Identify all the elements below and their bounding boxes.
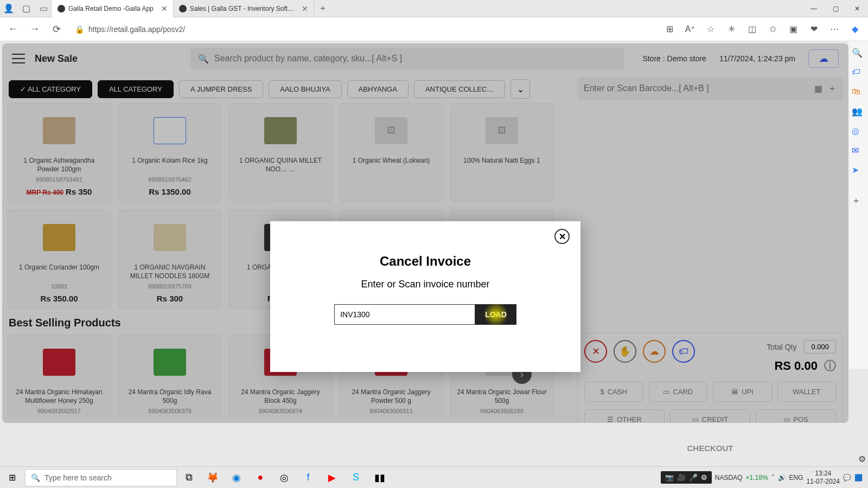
more-icon[interactable]: ⋯ xyxy=(826,21,843,38)
back-button[interactable]: ← xyxy=(4,21,22,38)
audio-icon: 🎤 xyxy=(689,473,698,481)
tab-actions-icon[interactable]: ▭ xyxy=(35,0,52,17)
read-aloud-icon[interactable]: A⁺ xyxy=(681,21,699,38)
workspaces-icon[interactable]: ▢ xyxy=(17,0,35,17)
firefox-icon[interactable]: 🦊 xyxy=(201,467,225,489)
recording-tray[interactable]: 📷 🎥 🎤 ⚙ xyxy=(661,471,712,484)
browser-titlebar: 👤 ▢ ▭ Galla Retail Demo -Galla App ✕ Sal… xyxy=(0,0,868,17)
windows-search-input[interactable]: 🔍 Type here to search xyxy=(25,469,177,486)
edge-icon[interactable]: ◉ xyxy=(225,467,248,489)
office-icon[interactable]: ◎ xyxy=(852,126,865,139)
modal-title: Cancel Invoice xyxy=(283,254,567,269)
invoice-number-input[interactable] xyxy=(334,304,475,325)
notifications-icon[interactable]: 💬 xyxy=(843,474,851,481)
cancel-invoice-modal: ✕ Cancel Invoice Enter or Scan invoice n… xyxy=(270,221,580,372)
app-icon[interactable]: ⊞ xyxy=(661,21,678,38)
chrome-icon[interactable]: ◎ xyxy=(272,467,296,489)
lock-icon: 🔒 xyxy=(75,25,84,34)
close-icon: ✕ xyxy=(559,232,566,242)
skype-icon[interactable]: S xyxy=(344,467,368,489)
close-window-button[interactable]: ✕ xyxy=(846,0,868,17)
favorites-icon[interactable]: ✩ xyxy=(764,21,781,38)
people-icon[interactable]: 👥 xyxy=(852,106,865,119)
modal-subtitle: Enter or Scan invoice number xyxy=(283,279,567,290)
camera-icon: 📷 xyxy=(665,473,674,481)
outlook-icon[interactable]: ✉ xyxy=(852,145,865,158)
minimize-button[interactable]: — xyxy=(803,0,825,17)
close-icon[interactable]: ✕ xyxy=(161,4,168,13)
search-icon[interactable]: 🔍 xyxy=(852,48,865,61)
tab-title: Galla Retail Demo -Galla App xyxy=(68,5,154,12)
facebook-icon[interactable]: f xyxy=(296,467,320,489)
add-sidebar-icon[interactable]: ＋ xyxy=(852,195,865,208)
modal-form: LOAD xyxy=(283,304,567,325)
send-icon[interactable]: ➤ xyxy=(852,165,865,178)
record-icon[interactable]: ● xyxy=(248,467,272,489)
time: 13:24 xyxy=(807,470,840,477)
favicon-icon xyxy=(179,5,187,12)
stock-ticker[interactable]: NASDAQ +1.18% xyxy=(715,474,768,481)
start-button[interactable]: ⊞ xyxy=(0,467,24,489)
taskview-icon[interactable]: ⧉ xyxy=(177,467,201,489)
tab-sales[interactable]: Sales | Galla GST - Inventory Soft… ✕ xyxy=(174,0,314,17)
ticker-change: +1.18% xyxy=(746,474,768,481)
url-text: https://retail.galla.app/posv2/ xyxy=(88,25,185,34)
load-button[interactable]: LOAD xyxy=(475,304,516,325)
app-icon[interactable]: ▮▮ xyxy=(368,467,392,489)
collections-icon[interactable]: ▣ xyxy=(784,21,802,38)
edge-sidebar: 🔍 🏷 🛍 👥 ◎ ✉ ➤ ＋ xyxy=(847,41,868,369)
window-controls: — ▢ ✕ xyxy=(803,0,868,17)
copilot-taskbar-icon[interactable]: 🟦 xyxy=(854,474,863,481)
tray-expand-icon[interactable]: ˄ xyxy=(771,474,775,481)
search-icon: 🔍 xyxy=(31,473,40,482)
extension-icon[interactable]: ✳ xyxy=(723,21,740,38)
new-tab-button[interactable]: ＋ xyxy=(314,0,331,17)
volume-icon[interactable]: 🔊 xyxy=(778,474,786,481)
address-bar: ← → ⟳ 🔒 https://retail.galla.app/posv2/ … xyxy=(0,17,868,41)
load-button-label: LOAD xyxy=(485,310,507,319)
copilot-icon[interactable]: ◆ xyxy=(846,21,864,38)
gear-icon: ⚙ xyxy=(701,473,707,481)
date: 11-07-2024 xyxy=(807,478,840,485)
clock[interactable]: 13:24 11-07-2024 xyxy=(807,470,840,485)
tab-strip: Galla Retail Demo -Galla App ✕ Sales | G… xyxy=(52,0,331,17)
youtube-icon[interactable]: ▶ xyxy=(320,467,344,489)
favicon-icon xyxy=(58,5,65,12)
profile-icon[interactable]: 👤 xyxy=(0,0,17,17)
split-icon[interactable]: ◫ xyxy=(743,21,761,38)
refresh-button[interactable]: ⟳ xyxy=(48,21,65,38)
forward-button[interactable]: → xyxy=(26,21,43,38)
search-placeholder: Type here to search xyxy=(44,473,112,482)
video-icon: 🎥 xyxy=(677,473,686,481)
tab-title: Sales | Galla GST - Inventory Soft… xyxy=(190,5,294,12)
language-indicator[interactable]: ENG xyxy=(789,474,803,481)
shopping-icon[interactable]: 🛍 xyxy=(852,87,865,100)
checkout-button[interactable]: CHECKOUT xyxy=(584,436,836,460)
tab-galla-retail[interactable]: Galla Retail Demo -Galla App ✕ xyxy=(52,0,174,17)
url-input[interactable]: 🔒 https://retail.galla.app/posv2/ xyxy=(69,25,656,34)
tag-icon[interactable]: 🏷 xyxy=(852,67,865,80)
windows-taskbar: ⊞ 🔍 Type here to search ⧉ 🦊 ◉ ● ◎ f ▶ S … xyxy=(0,466,868,488)
settings-gear-icon[interactable]: ⚙ xyxy=(858,454,866,464)
shield-icon[interactable]: ❤ xyxy=(805,21,822,38)
ticker-name: NASDAQ xyxy=(715,474,743,481)
close-icon[interactable]: ✕ xyxy=(302,4,308,13)
maximize-button[interactable]: ▢ xyxy=(825,0,846,17)
modal-close-button[interactable]: ✕ xyxy=(554,229,570,244)
star-icon[interactable]: ☆ xyxy=(702,21,719,38)
